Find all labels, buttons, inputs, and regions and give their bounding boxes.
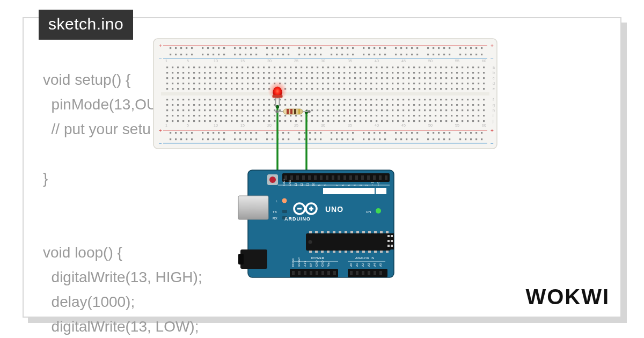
brand-label: WOKWI	[525, 285, 610, 308]
brand-logo: WOKWI	[525, 285, 610, 309]
code-text: void setup() { pinMode(13,OU // put your…	[43, 71, 202, 335]
code-editor[interactable]: void setup() { pinMode(13,OU // put your…	[43, 68, 236, 338]
file-tab[interactable]: sketch.ino	[39, 10, 133, 40]
file-tab-label: sketch.ino	[48, 15, 123, 33]
